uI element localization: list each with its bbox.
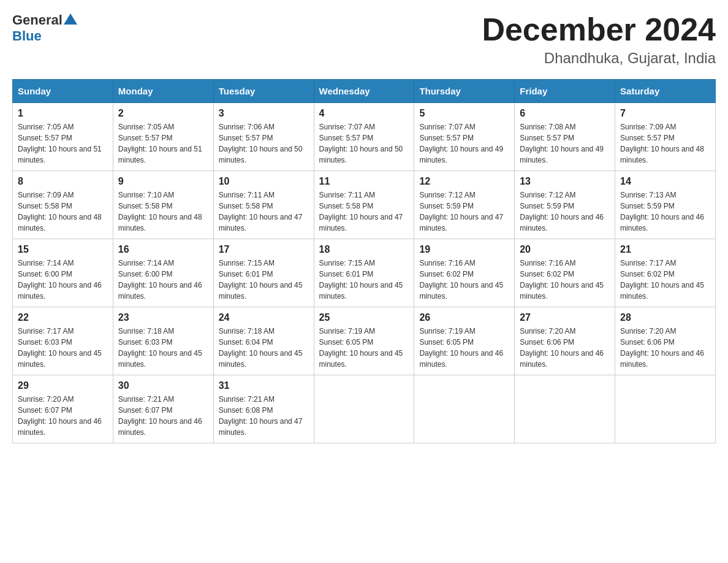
day-number: 25 — [319, 312, 409, 323]
weekday-header-monday: Monday — [113, 80, 213, 103]
calendar-cell: 29 Sunrise: 7:20 AMSunset: 6:07 PMDaylig… — [13, 375, 113, 443]
day-info: Sunrise: 7:16 AMSunset: 6:02 PMDaylight:… — [419, 259, 503, 301]
page-header: General Blue December 2024 Dhandhuka, Gu… — [12, 12, 716, 67]
day-number: 18 — [319, 244, 409, 255]
day-info: Sunrise: 7:13 AMSunset: 5:59 PMDaylight:… — [620, 191, 704, 232]
day-info: Sunrise: 7:21 AMSunset: 6:07 PMDaylight:… — [118, 395, 202, 437]
svg-marker-0 — [64, 13, 77, 25]
day-info: Sunrise: 7:20 AMSunset: 6:06 PMDaylight:… — [520, 327, 604, 369]
day-number: 24 — [219, 312, 309, 323]
calendar-cell: 21 Sunrise: 7:17 AMSunset: 6:02 PMDaylig… — [615, 239, 716, 307]
calendar-cell: 12 Sunrise: 7:12 AMSunset: 5:59 PMDaylig… — [414, 171, 515, 239]
weekday-header-friday: Friday — [515, 80, 615, 103]
day-info: Sunrise: 7:14 AMSunset: 6:00 PMDaylight:… — [118, 259, 202, 301]
calendar-cell: 17 Sunrise: 7:15 AMSunset: 6:01 PMDaylig… — [213, 239, 314, 307]
calendar-week-row: 1 Sunrise: 7:05 AMSunset: 5:57 PMDayligh… — [13, 103, 716, 171]
day-number: 31 — [219, 380, 309, 391]
logo: General Blue — [12, 12, 77, 44]
day-number: 22 — [18, 312, 108, 323]
weekday-header-row: SundayMondayTuesdayWednesdayThursdayFrid… — [13, 80, 716, 103]
day-info: Sunrise: 7:18 AMSunset: 6:04 PMDaylight:… — [219, 327, 303, 369]
day-info: Sunrise: 7:09 AMSunset: 5:57 PMDaylight:… — [620, 123, 704, 164]
calendar-cell — [515, 375, 615, 443]
logo-text-blue: Blue — [12, 28, 42, 44]
calendar-cell: 11 Sunrise: 7:11 AMSunset: 5:58 PMDaylig… — [314, 171, 414, 239]
calendar-cell: 3 Sunrise: 7:06 AMSunset: 5:57 PMDayligh… — [213, 103, 314, 171]
logo-triangle-icon — [64, 13, 77, 27]
day-info: Sunrise: 7:15 AMSunset: 6:01 PMDaylight:… — [319, 259, 403, 301]
day-info: Sunrise: 7:17 AMSunset: 6:02 PMDaylight:… — [620, 259, 704, 301]
logo-text-general: General — [12, 12, 63, 28]
day-number: 9 — [118, 176, 208, 187]
day-info: Sunrise: 7:21 AMSunset: 6:08 PMDaylight:… — [219, 395, 303, 437]
day-number: 3 — [219, 108, 309, 119]
day-number: 14 — [620, 176, 710, 187]
calendar-cell: 8 Sunrise: 7:09 AMSunset: 5:58 PMDayligh… — [13, 171, 113, 239]
calendar-cell — [314, 375, 414, 443]
day-info: Sunrise: 7:17 AMSunset: 6:03 PMDaylight:… — [18, 327, 102, 369]
day-info: Sunrise: 7:12 AMSunset: 5:59 PMDaylight:… — [520, 191, 604, 232]
day-info: Sunrise: 7:20 AMSunset: 6:07 PMDaylight:… — [18, 395, 102, 437]
day-number: 17 — [219, 244, 309, 255]
calendar-week-row: 15 Sunrise: 7:14 AMSunset: 6:00 PMDaylig… — [13, 239, 716, 307]
day-number: 11 — [319, 176, 409, 187]
day-info: Sunrise: 7:07 AMSunset: 5:57 PMDaylight:… — [419, 123, 503, 164]
calendar-cell: 9 Sunrise: 7:10 AMSunset: 5:58 PMDayligh… — [113, 171, 213, 239]
day-number: 8 — [18, 176, 108, 187]
day-number: 23 — [118, 312, 208, 323]
calendar-cell: 5 Sunrise: 7:07 AMSunset: 5:57 PMDayligh… — [414, 103, 515, 171]
day-number: 29 — [18, 380, 108, 391]
calendar-cell: 14 Sunrise: 7:13 AMSunset: 5:59 PMDaylig… — [615, 171, 716, 239]
day-info: Sunrise: 7:07 AMSunset: 5:57 PMDaylight:… — [319, 123, 403, 164]
day-number: 1 — [18, 108, 108, 119]
day-number: 27 — [520, 312, 610, 323]
day-number: 26 — [419, 312, 509, 323]
day-info: Sunrise: 7:08 AMSunset: 5:57 PMDaylight:… — [520, 123, 604, 164]
day-info: Sunrise: 7:14 AMSunset: 6:00 PMDaylight:… — [18, 259, 102, 301]
day-info: Sunrise: 7:09 AMSunset: 5:58 PMDaylight:… — [18, 191, 102, 232]
day-number: 10 — [219, 176, 309, 187]
calendar-table: SundayMondayTuesdayWednesdayThursdayFrid… — [12, 79, 716, 443]
day-number: 19 — [419, 244, 509, 255]
location-title: Dhandhuka, Gujarat, India — [482, 50, 716, 67]
calendar-cell: 28 Sunrise: 7:20 AMSunset: 6:06 PMDaylig… — [615, 307, 716, 375]
calendar-cell: 13 Sunrise: 7:12 AMSunset: 5:59 PMDaylig… — [515, 171, 615, 239]
day-info: Sunrise: 7:11 AMSunset: 5:58 PMDaylight:… — [319, 191, 403, 232]
calendar-cell: 4 Sunrise: 7:07 AMSunset: 5:57 PMDayligh… — [314, 103, 414, 171]
calendar-cell: 2 Sunrise: 7:05 AMSunset: 5:57 PMDayligh… — [113, 103, 213, 171]
calendar-cell: 30 Sunrise: 7:21 AMSunset: 6:07 PMDaylig… — [113, 375, 213, 443]
weekday-header-tuesday: Tuesday — [213, 80, 314, 103]
day-number: 4 — [319, 108, 409, 119]
calendar-week-row: 29 Sunrise: 7:20 AMSunset: 6:07 PMDaylig… — [13, 375, 716, 443]
day-info: Sunrise: 7:19 AMSunset: 6:05 PMDaylight:… — [419, 327, 503, 369]
day-info: Sunrise: 7:05 AMSunset: 5:57 PMDaylight:… — [118, 123, 202, 164]
calendar-week-row: 8 Sunrise: 7:09 AMSunset: 5:58 PMDayligh… — [13, 171, 716, 239]
calendar-cell: 27 Sunrise: 7:20 AMSunset: 6:06 PMDaylig… — [515, 307, 615, 375]
weekday-header-saturday: Saturday — [615, 80, 716, 103]
day-number: 16 — [118, 244, 208, 255]
day-number: 20 — [520, 244, 610, 255]
day-number: 2 — [118, 108, 208, 119]
day-number: 7 — [620, 108, 710, 119]
day-info: Sunrise: 7:18 AMSunset: 6:03 PMDaylight:… — [118, 327, 202, 369]
calendar-cell: 6 Sunrise: 7:08 AMSunset: 5:57 PMDayligh… — [515, 103, 615, 171]
day-info: Sunrise: 7:19 AMSunset: 6:05 PMDaylight:… — [319, 327, 403, 369]
day-info: Sunrise: 7:15 AMSunset: 6:01 PMDaylight:… — [219, 259, 303, 301]
day-number: 6 — [520, 108, 610, 119]
month-title: December 2024 — [482, 12, 716, 47]
title-block: December 2024 Dhandhuka, Gujarat, India — [482, 12, 716, 67]
weekday-header-thursday: Thursday — [414, 80, 515, 103]
calendar-cell: 19 Sunrise: 7:16 AMSunset: 6:02 PMDaylig… — [414, 239, 515, 307]
weekday-header-wednesday: Wednesday — [314, 80, 414, 103]
calendar-cell: 16 Sunrise: 7:14 AMSunset: 6:00 PMDaylig… — [113, 239, 213, 307]
day-info: Sunrise: 7:16 AMSunset: 6:02 PMDaylight:… — [520, 259, 604, 301]
calendar-week-row: 22 Sunrise: 7:17 AMSunset: 6:03 PMDaylig… — [13, 307, 716, 375]
calendar-cell: 31 Sunrise: 7:21 AMSunset: 6:08 PMDaylig… — [213, 375, 314, 443]
day-number: 21 — [620, 244, 710, 255]
day-info: Sunrise: 7:06 AMSunset: 5:57 PMDaylight:… — [219, 123, 303, 164]
day-number: 30 — [118, 380, 208, 391]
calendar-cell — [414, 375, 515, 443]
weekday-header-sunday: Sunday — [13, 80, 113, 103]
day-info: Sunrise: 7:11 AMSunset: 5:58 PMDaylight:… — [219, 191, 303, 232]
calendar-cell: 26 Sunrise: 7:19 AMSunset: 6:05 PMDaylig… — [414, 307, 515, 375]
